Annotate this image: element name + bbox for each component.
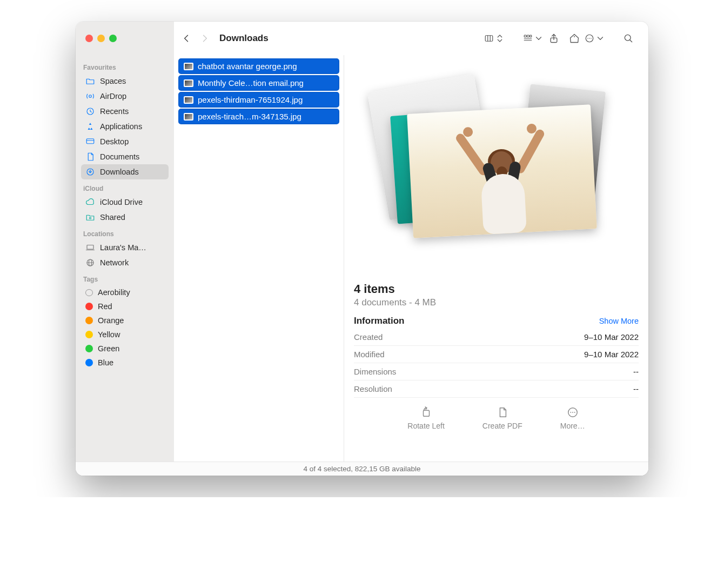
- svg-rect-4: [527, 35, 529, 37]
- sidebar-item-label: iCloud Drive: [100, 198, 143, 206]
- main-area: chatbot avantar george.png Monthly Cele……: [174, 55, 648, 462]
- share-button[interactable]: [544, 29, 564, 48]
- preview-meta: 4 items 4 documents - 4 MB Information S…: [344, 282, 648, 398]
- minimise-window[interactable]: [97, 35, 105, 42]
- sidebar-item-label: Shared: [100, 213, 125, 222]
- rotate-left-button[interactable]: Rotate Left: [407, 406, 445, 430]
- more-actions-button[interactable]: [585, 29, 605, 48]
- sidebar-tag-yellow[interactable]: Yellow: [81, 328, 169, 342]
- sidebar-item-computer[interactable]: Laura's Ma…: [81, 240, 169, 255]
- svg-rect-18: [86, 139, 94, 144]
- svg-rect-23: [87, 245, 93, 250]
- sidebar-item-label: Recents: [100, 107, 129, 116]
- sidebar-item-applications[interactable]: Applications: [81, 119, 169, 134]
- file-name: pexels-thirdman-7651924.jpg: [198, 95, 303, 104]
- file-thumb-icon: [184, 63, 193, 70]
- file-thumb-icon: [184, 79, 193, 87]
- preview-title: 4 items: [354, 282, 639, 296]
- back-button[interactable]: [177, 29, 196, 48]
- sidebar-item-label: Desktop: [100, 137, 129, 146]
- section-tags: Tags: [83, 276, 166, 283]
- airdrop-icon: [85, 91, 95, 101]
- search-button[interactable]: [618, 29, 639, 48]
- sidebar-item-label: Aerobility: [98, 288, 130, 297]
- sidebar-item-label: Green: [98, 344, 119, 353]
- section-icloud: iCloud: [83, 185, 166, 192]
- sidebar-item-desktop[interactable]: Desktop: [81, 134, 169, 149]
- file-row[interactable]: pexels-thirdman-7651924.jpg: [178, 92, 339, 108]
- preview-column: 4 items 4 documents - 4 MB Information S…: [344, 55, 648, 462]
- sidebar-tag-aerobility[interactable]: Aerobility: [81, 285, 169, 299]
- svg-rect-5: [530, 35, 532, 37]
- svg-point-13: [591, 38, 592, 39]
- file-name: Monthly Cele…tion email.png: [198, 78, 304, 88]
- file-row[interactable]: pexels-tirach…m-347135.jpg: [178, 109, 339, 124]
- chevron-down-icon: [595, 33, 605, 44]
- info-value: --: [633, 367, 639, 376]
- tag-dot-icon: [85, 345, 93, 352]
- svg-point-9: [574, 36, 575, 37]
- sidebar-item-icloud-drive[interactable]: iCloud Drive: [81, 195, 169, 210]
- info-key: Resolution: [354, 384, 392, 393]
- body: Favourites Spaces AirDrop Recents Applic…: [76, 55, 648, 462]
- quick-actions: Rotate Left Create PDF More…: [344, 398, 648, 436]
- sidebar-item-label: Applications: [100, 122, 142, 131]
- ellipsis-icon: [567, 406, 579, 418]
- sidebar-tag-green[interactable]: Green: [81, 342, 169, 356]
- svg-rect-3: [524, 35, 526, 37]
- file-list-column: chatbot avantar george.png Monthly Cele……: [174, 55, 344, 462]
- tags-button[interactable]: [564, 29, 585, 48]
- rotate-icon: [420, 406, 432, 418]
- forward-button[interactable]: [196, 29, 214, 48]
- tag-dot-icon: [85, 317, 93, 324]
- info-value: 9–10 Mar 2022: [584, 332, 639, 342]
- finder-window: Downloads Favourites: [76, 22, 648, 476]
- sidebar-item-recents[interactable]: Recents: [81, 104, 169, 119]
- close-window[interactable]: [85, 35, 93, 42]
- file-row[interactable]: Monthly Cele…tion email.png: [178, 75, 339, 91]
- preview-thumbnail: [344, 55, 648, 282]
- svg-line-15: [630, 40, 632, 42]
- create-pdf-button[interactable]: Create PDF: [482, 406, 522, 430]
- shared-folder-icon: [85, 212, 95, 222]
- sidebar: Favourites Spaces AirDrop Recents Applic…: [76, 55, 174, 462]
- laptop-icon: [85, 243, 95, 252]
- tag-dot-icon: [85, 359, 93, 366]
- info-value: --: [633, 384, 639, 393]
- sidebar-tag-red[interactable]: Red: [81, 299, 169, 313]
- more-quickactions-button[interactable]: More…: [560, 406, 585, 430]
- info-value: 9–10 Mar 2022: [584, 350, 639, 359]
- svg-rect-28: [423, 410, 429, 416]
- sidebar-item-documents[interactable]: Documents: [81, 149, 169, 164]
- sidebar-header: [76, 22, 174, 55]
- sidebar-tag-orange[interactable]: Orange: [81, 313, 169, 328]
- document-icon: [85, 152, 95, 162]
- info-row: Modified 9–10 Mar 2022: [354, 346, 639, 363]
- svg-rect-0: [485, 36, 493, 42]
- info-row: Created 9–10 Mar 2022: [354, 329, 639, 346]
- sidebar-item-label: Spaces: [100, 77, 126, 85]
- show-more-link[interactable]: Show More: [599, 317, 639, 325]
- zoom-window[interactable]: [109, 35, 117, 42]
- info-key: Created: [354, 332, 383, 342]
- sidebar-item-downloads[interactable]: Downloads: [81, 164, 169, 179]
- sidebar-item-label: Yellow: [98, 330, 120, 339]
- file-row[interactable]: chatbot avantar george.png: [178, 58, 339, 74]
- sidebar-item-network[interactable]: Network: [81, 255, 169, 270]
- group-by-button[interactable]: [523, 29, 544, 48]
- tag-dot-icon: [85, 289, 93, 296]
- svg-point-22: [90, 217, 91, 219]
- svg-point-12: [589, 38, 590, 39]
- sidebar-item-spaces[interactable]: Spaces: [81, 74, 169, 89]
- document-icon: [497, 406, 508, 418]
- sidebar-item-shared[interactable]: Shared: [81, 210, 169, 225]
- sidebar-item-airdrop[interactable]: AirDrop: [81, 89, 169, 104]
- information-heading: Information: [354, 316, 405, 326]
- view-columns-button[interactable]: [484, 29, 505, 48]
- sidebar-item-label: Blue: [98, 358, 113, 367]
- file-name: pexels-tirach…m-347135.jpg: [198, 112, 301, 121]
- sidebar-item-label: Red: [98, 302, 112, 311]
- sidebar-tag-blue[interactable]: Blue: [81, 356, 169, 370]
- info-row: Dimensions --: [354, 363, 639, 380]
- sidebar-item-label: Documents: [100, 152, 139, 161]
